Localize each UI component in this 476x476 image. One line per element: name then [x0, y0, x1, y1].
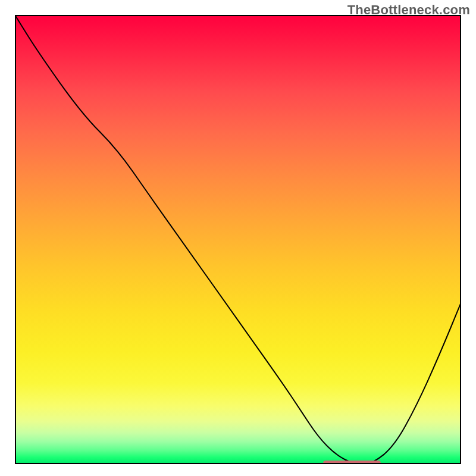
bottleneck-curve-svg	[15, 15, 461, 464]
chart-stage: TheBottleneck.com	[0, 0, 476, 476]
bottleneck-curve-line	[15, 15, 461, 464]
optimal-range-marker	[323, 461, 381, 464]
plot-area	[15, 15, 461, 464]
